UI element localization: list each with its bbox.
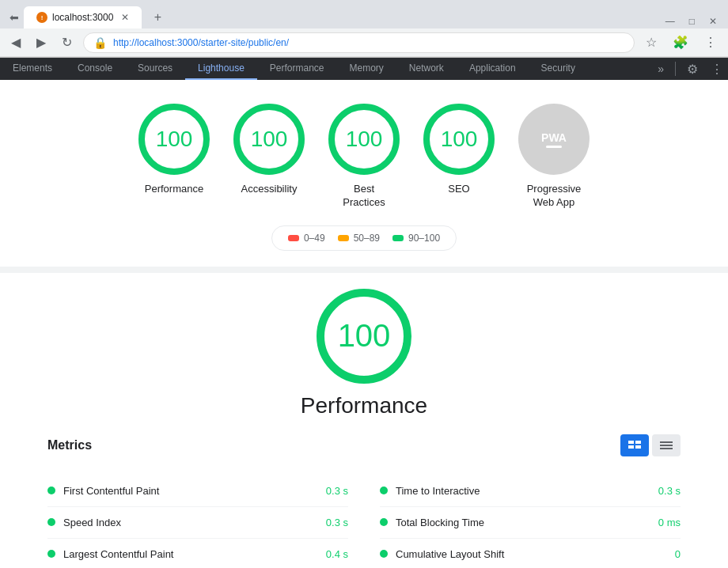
metric-cls: Cumulative Layout Shift 0 [380,539,681,568]
bookmark-button[interactable]: ☆ [641,33,662,51]
metric-tti: Time to Interactive 0.3 s [380,475,681,507]
svg-rect-3 [635,445,641,449]
tab-network[interactable]: Network [396,58,457,80]
new-tab-button[interactable]: + [146,6,169,28]
tab-console[interactable]: Console [65,58,125,80]
maximize-button[interactable]: □ [684,14,700,28]
tab-memory[interactable]: Memory [337,58,396,80]
metric-value-fcp: 0.3 s [326,485,348,497]
metrics-header: Metrics [47,434,681,463]
minimize-button[interactable]: — [661,14,680,28]
seo-label: SEO [448,183,469,196]
legend-fail: 0–49 [288,233,325,244]
metric-name-si: Speed Index [63,517,318,528]
perf-big-circle: 100 [317,289,411,384]
svg-rect-5 [660,445,673,446]
metric-value-lcp: 0.4 s [326,548,348,560]
close-button[interactable]: ✕ [704,14,722,28]
metric-dot-fcp [47,487,55,494]
performance-circle: 100 [138,104,210,175]
metric-si: Speed Index 0.3 s [47,507,348,539]
tab-security[interactable]: Security [529,58,588,80]
metric-value-cls: 0 [675,548,681,560]
plus-icon: + [154,10,161,25]
grid-icon [628,441,641,450]
legend-dot-green [392,235,404,241]
metric-dot-lcp [47,550,55,558]
forward-button[interactable]: ▶ [32,33,51,51]
extensions-button[interactable]: 🧩 [668,33,693,51]
metric-dot-tbt [380,518,388,526]
tab-sources[interactable]: Sources [125,58,185,80]
reload-button[interactable]: ↻ [57,33,77,51]
metric-name-tti: Time to Interactive [396,485,650,497]
metrics-label: Metrics [47,438,92,453]
metric-name-tbt: Total Blocking Time [396,517,650,528]
metric-value-tbt: 0 ms [658,517,681,528]
grid-view-button[interactable] [620,434,649,456]
list-view-button[interactable] [652,434,681,456]
svg-rect-2 [628,445,634,449]
view-toggle [620,434,681,456]
svg-rect-1 [635,441,641,444]
settings-button[interactable]: ⚙ [682,62,703,77]
metric-name-lcp: Largest Contentful Paint [63,548,318,560]
legend-dot-red [288,235,299,241]
metric-dot-tti [380,487,388,494]
score-pwa: PWA ProgressiveWeb App [518,104,590,210]
legend-pass: 90–100 [392,233,440,244]
tab-title: localhost:3000 [52,12,113,23]
performance-section: 100 Performance Metrics [0,267,728,568]
metrics-right-col: Time to Interactive 0.3 s Total Blocking… [380,475,681,568]
metric-dot-si [47,518,55,526]
metric-value-tti: 0.3 s [658,485,681,497]
seo-circle: 100 [423,104,495,175]
tab-bar: ⬅ ! localhost:3000 ✕ + — □ ✕ [0,0,728,28]
metric-value-si: 0.3 s [326,517,348,528]
svg-rect-6 [660,448,673,449]
metrics-grid: First Contentful Paint 0.3 s Speed Index… [47,475,681,568]
perf-title: Performance [301,393,427,418]
legend-dot-orange [338,235,349,241]
lock-icon: 🔒 [93,36,107,49]
tab-performance[interactable]: Performance [257,58,337,80]
scores-section: 100 Performance 100 Accessibility 100 Be… [0,80,728,267]
legend-range-green: 90–100 [408,233,440,244]
legend-range-orange: 50–89 [354,233,380,244]
tab-elements[interactable]: Elements [0,58,65,80]
tab-close[interactable]: ✕ [121,12,129,23]
tab-back-btn[interactable]: ⬅ [6,6,22,28]
perf-score-center: 100 Performance [47,289,681,418]
best-practices-circle: 100 [328,104,400,175]
score-circles: 100 Performance 100 Accessibility 100 Be… [138,104,590,210]
back-button[interactable]: ◀ [6,33,25,51]
pwa-dash [546,146,562,148]
metric-lcp: Largest Contentful Paint 0.4 s [47,539,348,568]
score-accessibility: 100 Accessibility [233,104,305,196]
score-best-practices: 100 BestPractices [328,104,400,210]
score-seo: 100 SEO [423,104,495,196]
browser-toolbar: ◀ ▶ ↻ 🔒 http://localhost:3000/starter-si… [0,28,728,57]
metric-name-cls: Cumulative Layout Shift [396,548,667,560]
svg-rect-4 [660,441,673,443]
tab-application[interactable]: Application [457,58,529,80]
svg-rect-0 [628,441,634,444]
browser-tab-active[interactable]: ! localhost:3000 ✕ [24,6,142,28]
devtools-tabs: Elements Console Sources Lighthouse Perf… [0,58,728,80]
score-legend: 0–49 50–89 90–100 [271,225,457,251]
more-tabs-button[interactable]: » [653,62,669,75]
tab-lighthouse[interactable]: Lighthouse [185,58,257,80]
legend-range-red: 0–49 [304,233,325,244]
devtools-menu-button[interactable]: ⋮ [706,62,728,77]
accessibility-circle: 100 [233,104,305,175]
pwa-circle: PWA [518,104,590,175]
devtools-actions: » ⚙ ⋮ [653,62,728,77]
list-icon [660,441,673,450]
legend-average: 50–89 [338,233,380,244]
metric-fcp: First Contentful Paint 0.3 s [47,475,348,507]
menu-button[interactable]: ⋮ [700,33,722,51]
score-performance: 100 Performance [138,104,210,196]
url-bar[interactable]: http://localhost:3000/starter-site/publi… [113,37,624,48]
metric-dot-cls [380,550,388,558]
best-practices-label: BestPractices [343,183,385,210]
